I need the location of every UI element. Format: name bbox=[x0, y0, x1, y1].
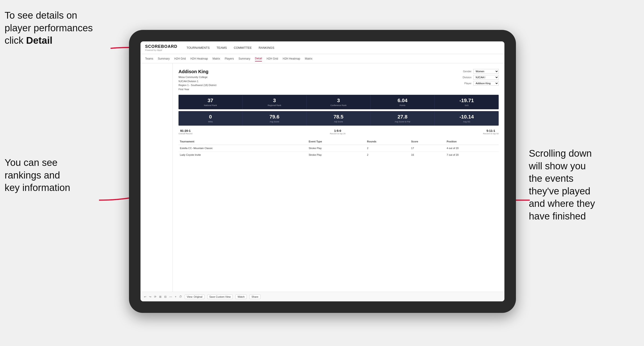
stat-value-avg-score: 79.6 bbox=[244, 114, 304, 120]
subnav-h2h-heatmap[interactable]: H2H Heatmap bbox=[190, 56, 208, 61]
tablet-screen: SCOREBOARD Powered by clippd TOURNAMENTS… bbox=[140, 41, 504, 301]
subnav-summary2[interactable]: Summary bbox=[238, 56, 250, 61]
sidebar bbox=[140, 63, 173, 292]
division-select[interactable]: NJCAA I bbox=[473, 75, 499, 80]
add-icon[interactable]: + bbox=[175, 295, 176, 298]
stat-value-adj-score: 78.5 bbox=[308, 114, 368, 120]
player-info: Addison King Mesa Community College NJCA… bbox=[178, 69, 216, 91]
record-top25-label: Record vs top 25 bbox=[330, 133, 346, 135]
separator-icon: — bbox=[169, 295, 172, 298]
gender-label: Gender bbox=[459, 70, 472, 73]
subnav-matrix2[interactable]: Matrix bbox=[305, 56, 312, 61]
stats-row2: 0 Wins 79.6 Avg Score 78.5 Adj Score 27.… bbox=[178, 111, 499, 126]
col-position: Position bbox=[445, 138, 499, 145]
stat-label-conference: Conference Rank bbox=[308, 104, 368, 107]
subnav-players[interactable]: Players bbox=[224, 56, 234, 61]
stat-adj-score: 78.5 Adj Score bbox=[306, 111, 370, 126]
stat-regional-rank: 3 Regional Rank bbox=[242, 95, 306, 109]
clock-icon[interactable]: ⏱ bbox=[179, 295, 182, 298]
undo-icon[interactable]: ↩ bbox=[144, 295, 146, 298]
table-row[interactable]: Estella CC- Mountain Classic Stroke Play… bbox=[178, 145, 499, 152]
subnav-h2h-grid[interactable]: H2H Grid bbox=[174, 56, 186, 61]
zoom-out-icon[interactable]: ⊟ bbox=[164, 295, 166, 298]
table-header: Tournament Event Type Rounds Score Posit… bbox=[178, 138, 499, 145]
stat-label-sos: SoS bbox=[436, 104, 497, 107]
logo-area: SCOREBOARD Powered by clippd bbox=[145, 44, 177, 51]
row2-score: 16 bbox=[410, 152, 445, 158]
player-region: Region 1 - Southwest (18) District bbox=[178, 83, 216, 87]
stat-label-wins: Wins bbox=[180, 121, 240, 123]
division-label: Division bbox=[459, 76, 472, 79]
nav-items: TOURNAMENTS TEAMS COMMITTEE RANKINGS bbox=[186, 45, 274, 51]
table-header-row: Tournament Event Type Rounds Score Posit… bbox=[178, 138, 499, 145]
table-row[interactable]: Lady Coyote Invite Stroke Play 2 16 7 ou… bbox=[178, 152, 499, 158]
stat-avg-score-par: 27.8 Avg Score to Par bbox=[370, 111, 435, 126]
subnav-matrix[interactable]: Matrix bbox=[212, 56, 220, 61]
record-top25-value: 1-5-0 bbox=[330, 129, 346, 133]
stat-label-avg-sg: Avg SG bbox=[436, 121, 497, 123]
row1-rounds: 2 bbox=[366, 145, 410, 152]
view-original-button[interactable]: View: Original bbox=[185, 295, 204, 299]
record-overall-label: Overall Record bbox=[178, 133, 192, 135]
player-select[interactable]: Addison King bbox=[473, 81, 499, 86]
nav-teams[interactable]: TEAMS bbox=[216, 45, 227, 51]
row1-position: 4 out of 20 bbox=[445, 145, 499, 152]
player-school: Mesa Community College bbox=[178, 75, 216, 79]
annotation-topleft: To see details on player performances cl… bbox=[4, 9, 93, 47]
stat-value-wins: 0 bbox=[180, 114, 240, 120]
content-area: Addison King Mesa Community College NJCA… bbox=[140, 63, 504, 292]
stat-national-rank: 37 National Rank bbox=[178, 95, 242, 109]
stat-value-points: 6.04 bbox=[372, 98, 432, 104]
record-overall-value: 91-20-1 bbox=[178, 129, 192, 133]
stat-sos: -19.71 SoS bbox=[435, 95, 499, 109]
row1-score: 17 bbox=[410, 145, 445, 152]
logo-text: SCOREBOARD bbox=[145, 44, 177, 49]
stat-label-avg-score: Avg Score bbox=[244, 121, 304, 123]
redo-icon[interactable]: ↪ bbox=[149, 295, 151, 298]
share-button[interactable]: Share bbox=[250, 295, 260, 299]
stat-value-sos: -19.71 bbox=[436, 98, 497, 104]
bottom-toolbar: ↩ ↪ ⟳ ⊞ ⊟ — + ⏱ View: Original Save Cust… bbox=[140, 292, 504, 301]
stat-label-regional: Regional Rank bbox=[244, 104, 304, 107]
stat-conference-rank: 3 Conference Rank bbox=[306, 95, 370, 109]
record-top25: 1-5-0 Record vs top 25 bbox=[330, 129, 346, 135]
stat-value-national: 37 bbox=[180, 98, 240, 104]
annotation-right: Scrolling down will show you the events … bbox=[529, 147, 640, 223]
nav-rankings[interactable]: RANKINGS bbox=[259, 45, 274, 51]
annotation-bottomleft: You can see rankings and key information bbox=[4, 157, 70, 194]
subnav-h2h-grid2[interactable]: H2H Grid bbox=[266, 56, 278, 61]
save-custom-view-button[interactable]: Save Custom View bbox=[207, 295, 233, 299]
nav-committee[interactable]: COMMITTEE bbox=[234, 45, 252, 51]
nav-bar: SCOREBOARD Powered by clippd TOURNAMENTS… bbox=[140, 41, 504, 54]
gender-select[interactable]: Women bbox=[473, 69, 499, 74]
logo-sub: Powered by clippd bbox=[145, 49, 177, 51]
subnav-detail[interactable]: Detail bbox=[255, 56, 262, 61]
col-tournament: Tournament bbox=[178, 138, 307, 145]
stat-avg-sg: -10.14 Avg SG bbox=[435, 111, 499, 126]
zoom-in-icon[interactable]: ⊞ bbox=[159, 295, 162, 298]
events-table: Tournament Event Type Rounds Score Posit… bbox=[178, 138, 499, 158]
row2-tournament: Lady Coyote Invite bbox=[178, 152, 307, 158]
filter-gender: Gender Women bbox=[459, 69, 499, 74]
stat-label-national: National Rank bbox=[180, 104, 240, 107]
subnav-summary[interactable]: Summary bbox=[158, 56, 170, 61]
subnav-h2h-heatmap2[interactable]: H2H Heatmap bbox=[282, 56, 300, 61]
record-top50-label: Record vs top 50 bbox=[483, 133, 499, 135]
stat-avg-score: 79.6 Avg Score bbox=[242, 111, 306, 126]
stat-label-adj-score: Adj Score bbox=[308, 121, 368, 123]
watch-button[interactable]: Watch bbox=[236, 295, 247, 299]
player-year: First Year bbox=[178, 87, 216, 92]
player-name: Addison King bbox=[178, 69, 216, 74]
record-top50-value: 5-11-1 bbox=[483, 129, 499, 133]
col-event-type: Event Type bbox=[307, 138, 366, 145]
nav-tournaments[interactable]: TOURNAMENTS bbox=[186, 45, 210, 51]
stat-label-avg-score-par: Avg Score to Par bbox=[372, 121, 432, 123]
subnav-teams[interactable]: Teams bbox=[145, 56, 153, 61]
col-score: Score bbox=[410, 138, 445, 145]
record-row: 91-20-1 Overall Record 1-5-0 Record vs t… bbox=[178, 129, 499, 135]
refresh-icon[interactable]: ⟳ bbox=[154, 295, 156, 298]
record-overall: 91-20-1 Overall Record bbox=[178, 129, 192, 135]
sub-nav: Teams Summary H2H Grid H2H Heatmap Matri… bbox=[140, 54, 504, 63]
stat-label-points: Points bbox=[372, 104, 432, 107]
row2-position: 7 out of 20 bbox=[445, 152, 499, 158]
